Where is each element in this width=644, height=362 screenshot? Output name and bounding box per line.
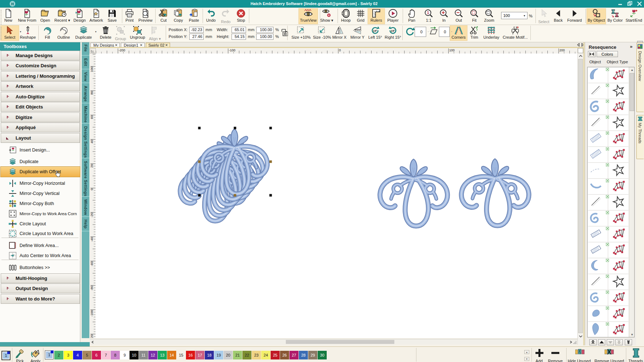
svg-text:100: 100 [90,67,94,72]
svg-text:-100: -100 [90,310,94,317]
svg-text:-20: -20 [90,213,94,217]
svg-text:-100: -100 [229,48,236,52]
svg-text:-80: -80 [90,286,94,290]
svg-text:20: 20 [90,164,94,168]
svg-text:40: 40 [90,140,94,143]
svg-text:0: 0 [90,188,94,190]
svg-text:-60: -60 [90,261,94,266]
svg-text:-120: -120 [90,335,94,338]
svg-text:-40: -40 [90,237,94,242]
svg-text:15°: 15° [391,29,395,33]
svg-text:100: 100 [449,48,455,52]
svg-text:60: 60 [90,115,94,119]
svg-text:0: 0 [339,48,341,52]
svg-text:1: 1 [427,10,429,15]
svg-text:-200: -200 [119,48,125,52]
svg-text:15°: 15° [373,29,377,33]
svg-text:200: 200 [559,48,565,52]
svg-text:80: 80 [90,91,94,95]
